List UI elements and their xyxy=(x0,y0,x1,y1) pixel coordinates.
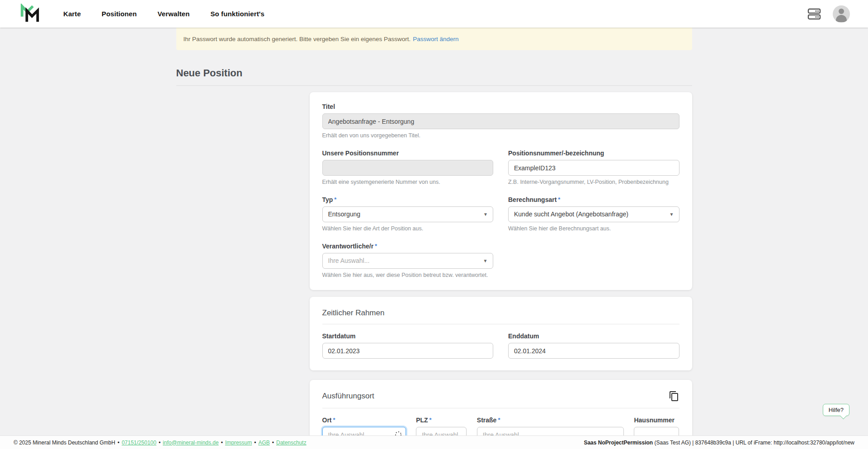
main-scroll-area: Ihr Passwort wurde automatisch generiert… xyxy=(0,28,868,435)
required-asterisk: * xyxy=(429,416,432,423)
ausfuehrungsort-card: Ausführungsort Ort* xyxy=(310,380,692,435)
saas-permission-label: Saas NoProjectPermission xyxy=(584,440,653,446)
footer: © 2025 Mineral Minds Deutschland GmbH • … xyxy=(0,435,868,449)
verantwortliche-label: Verantwortliche/r* xyxy=(322,243,493,250)
footer-environment-info: Saas NoProjectPermission (Saas Test AG) … xyxy=(584,440,854,446)
footer-link-email[interactable]: info@mineral-minds.de xyxy=(163,440,219,446)
password-warning-banner: Ihr Passwort wurde automatisch generiert… xyxy=(176,28,692,50)
berechnungsart-select[interactable]: Kunde sucht Angebot (Angebotsanfrage) ▼ xyxy=(508,206,679,222)
ort-input[interactable] xyxy=(322,427,406,435)
chevron-down-icon: ▼ xyxy=(670,207,674,222)
hilfe-button[interactable]: Hilfe? xyxy=(823,404,849,416)
footer-link-agb[interactable]: AGB xyxy=(258,440,269,446)
startdatum-input[interactable] xyxy=(322,343,494,359)
server-icon[interactable] xyxy=(807,8,821,20)
strasse-label: Straße* xyxy=(477,416,624,424)
required-asterisk: * xyxy=(498,416,500,423)
positionsnummer-input[interactable] xyxy=(508,160,679,176)
ausfuehrungsort-title: Ausführungsort xyxy=(322,391,374,401)
copy-icon[interactable] xyxy=(669,391,679,402)
top-navigation: Karte Positionen Verwalten So funktionie… xyxy=(0,0,868,28)
position-basisdaten-card: Titel Erhält den von uns vorgegebenen Ti… xyxy=(310,92,692,290)
iframe-url-text: (Saas Test AG) | 837648b39c9a | URL of i… xyxy=(653,440,854,446)
berechnungsart-helper: Wählen Sie hier die Berechnungsart aus. xyxy=(508,225,679,232)
nav-item-so-funktionierts[interactable]: So funktioniert's xyxy=(210,10,264,18)
passwort-aendern-link[interactable]: Passwort ändern xyxy=(413,36,458,42)
titel-input xyxy=(322,113,679,129)
enddatum-label: Enddatum xyxy=(508,332,679,340)
loading-spinner-icon xyxy=(395,431,402,435)
typ-select[interactable]: Entsorgung ▼ xyxy=(322,206,494,222)
strasse-input[interactable] xyxy=(477,427,624,435)
enddatum-field-group: Enddatum xyxy=(508,332,679,359)
section-divider xyxy=(322,324,679,324)
startdatum-field-group: Startdatum xyxy=(322,332,494,359)
positionsnummer-helper: Z.B. Interne-Vorgangsnummer, LV-Position… xyxy=(508,179,679,185)
strasse-field-group: Straße* xyxy=(477,416,624,435)
hausnummer-input[interactable] xyxy=(634,427,679,435)
page-title: Neue Position xyxy=(176,67,692,79)
nav-links: Karte Positionen Verwalten So funktionie… xyxy=(63,10,264,18)
banner-text: Ihr Passwort wurde automatisch generiert… xyxy=(184,36,411,42)
required-asterisk: * xyxy=(375,243,377,249)
footer-link-datenschutz[interactable]: Datenschutz xyxy=(276,440,307,446)
positionsnummer-field-group: Positionsnummer/-bezeichnung Z.B. Intern… xyxy=(508,150,679,185)
avatar-person-icon xyxy=(839,9,844,14)
plz-input[interactable] xyxy=(416,427,467,435)
footer-link-impressum[interactable]: Impressum xyxy=(225,440,252,446)
title-divider xyxy=(176,85,692,86)
unsere-positionsnummer-helper: Erhält eine systemgenerierte Nummer von … xyxy=(322,179,494,185)
berechnungsart-field-group: Berechnungsart* Kunde sucht Angebot (Ang… xyxy=(508,196,679,232)
positionsnummer-label: Positionsnummer/-bezeichnung xyxy=(508,150,679,157)
chevron-down-icon: ▼ xyxy=(483,253,488,268)
footer-link-phone[interactable]: 07151/250100 xyxy=(122,440,156,446)
unsere-positionsnummer-field-group: Unsere Positionsnummer Erhält eine syste… xyxy=(322,150,494,185)
titel-field-group: Titel Erhält den von uns vorgegebenen Ti… xyxy=(322,103,679,139)
plz-field-group: PLZ* xyxy=(416,416,467,435)
nav-item-positionen[interactable]: Positionen xyxy=(102,10,137,18)
plz-label: PLZ* xyxy=(416,416,467,424)
copyright-text: © 2025 Mineral Minds Deutschland GmbH xyxy=(14,440,115,446)
section-divider xyxy=(322,408,679,408)
typ-field-group: Typ* Entsorgung ▼ Wählen Sie hier die Ar… xyxy=(322,196,494,232)
berechnungsart-label: Berechnungsart* xyxy=(508,196,679,203)
titel-label: Titel xyxy=(322,103,679,110)
enddatum-input[interactable] xyxy=(508,343,679,359)
nav-item-karte[interactable]: Karte xyxy=(63,10,81,18)
verantwortliche-field-group: Verantwortliche/r* Ihre Auswahl... ▼ Wäh… xyxy=(322,243,493,278)
required-asterisk: * xyxy=(558,196,560,203)
required-asterisk: * xyxy=(333,416,335,423)
startdatum-label: Startdatum xyxy=(322,332,494,340)
titel-helper: Erhält den von uns vorgegebenen Titel. xyxy=(322,132,679,139)
unsere-positionsnummer-input xyxy=(322,160,494,176)
ort-label: Ort* xyxy=(322,416,406,424)
footer-left: © 2025 Mineral Minds Deutschland GmbH • … xyxy=(14,440,307,446)
hausnummer-field-group: Hausnummer xyxy=(634,416,679,435)
ort-field-group: Ort* xyxy=(322,416,406,435)
zeitlicher-rahmen-title: Zeitlicher Rahmen xyxy=(322,308,679,318)
zeitlicher-rahmen-card: Zeitlicher Rahmen Startdatum Enddatum xyxy=(310,297,692,370)
verantwortliche-select[interactable]: Ihre Auswahl... ▼ xyxy=(322,253,493,269)
typ-helper: Wählen Sie hier die Art der Position aus… xyxy=(322,225,494,232)
required-asterisk: * xyxy=(334,196,336,203)
mineral-minds-logo-icon[interactable] xyxy=(18,4,42,24)
unsere-positionsnummer-label: Unsere Positionsnummer xyxy=(322,150,494,157)
topnav-right xyxy=(807,5,850,23)
verantwortliche-helper: Wählen Sie hier aus, wer diese Position … xyxy=(322,272,493,278)
hausnummer-label: Hausnummer xyxy=(634,416,679,424)
user-avatar[interactable] xyxy=(833,5,850,23)
nav-item-verwalten[interactable]: Verwalten xyxy=(158,10,190,18)
chevron-down-icon: ▼ xyxy=(483,207,488,222)
typ-label: Typ* xyxy=(322,196,494,203)
